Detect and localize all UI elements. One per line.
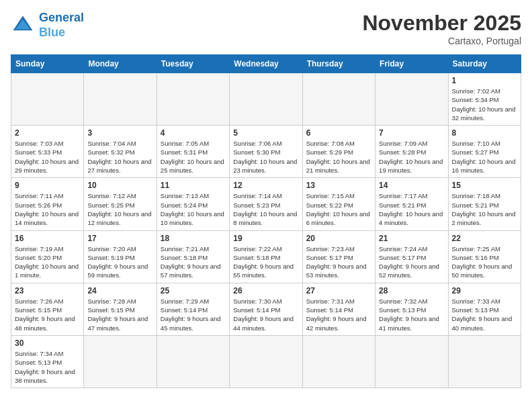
calendar-cell: 4Sunrise: 7:05 AM Sunset: 5:31 PM Daylig… [157,126,229,178]
day-info: Sunrise: 7:32 AM Sunset: 5:13 PM Dayligh… [379,297,444,332]
header-thursday: Thursday [302,55,375,73]
logo-text: GeneralBlue [39,11,84,40]
calendar-cell: 27Sunrise: 7:31 AM Sunset: 5:14 PM Dayli… [302,283,375,335]
calendar-cell: 21Sunrise: 7:24 AM Sunset: 5:17 PM Dayli… [375,230,448,283]
calendar-cell: 26Sunrise: 7:30 AM Sunset: 5:14 PM Dayli… [230,283,302,335]
day-number: 30 [15,338,80,348]
calendar-cell: 23Sunrise: 7:26 AM Sunset: 5:15 PM Dayli… [11,283,84,335]
header-monday: Monday [84,55,157,73]
calendar-week-3: 16Sunrise: 7:19 AM Sunset: 5:20 PM Dayli… [11,230,521,283]
day-number: 29 [452,286,517,295]
calendar-cell: 29Sunrise: 7:33 AM Sunset: 5:13 PM Dayli… [448,283,521,335]
day-info: Sunrise: 7:25 AM Sunset: 5:16 PM Dayligh… [452,244,517,280]
day-number: 8 [452,128,517,138]
calendar-cell: 22Sunrise: 7:25 AM Sunset: 5:16 PM Dayli… [448,230,521,283]
calendar-cell [448,335,521,387]
day-number: 18 [161,234,226,243]
day-info: Sunrise: 7:09 AM Sunset: 5:28 PM Dayligh… [379,139,444,175]
calendar-week-0: 1Sunrise: 7:02 AM Sunset: 5:34 PM Daylig… [11,73,521,126]
day-number: 27 [306,286,371,295]
day-info: Sunrise: 7:30 AM Sunset: 5:14 PM Dayligh… [233,297,298,332]
calendar-cell: 13Sunrise: 7:15 AM Sunset: 5:22 PM Dayli… [302,178,375,230]
calendar-cell: 24Sunrise: 7:28 AM Sunset: 5:15 PM Dayli… [84,283,157,335]
day-number: 1 [452,76,517,85]
title-block: November 2025 Cartaxo, Portugal [362,11,521,46]
day-info: Sunrise: 7:29 AM Sunset: 5:14 PM Dayligh… [161,297,226,332]
calendar-cell [84,335,157,387]
day-number: 15 [452,181,517,190]
calendar-cell: 5Sunrise: 7:06 AM Sunset: 5:30 PM Daylig… [230,126,302,178]
day-number: 10 [87,181,152,190]
day-info: Sunrise: 7:24 AM Sunset: 5:17 PM Dayligh… [379,244,444,280]
calendar-cell: 28Sunrise: 7:32 AM Sunset: 5:13 PM Dayli… [375,283,448,335]
day-number: 26 [233,286,298,295]
day-info: Sunrise: 7:03 AM Sunset: 5:33 PM Dayligh… [15,139,80,175]
calendar-cell [302,73,375,126]
calendar-cell: 25Sunrise: 7:29 AM Sunset: 5:14 PM Dayli… [157,283,229,335]
logo: GeneralBlue [11,11,84,40]
calendar-cell: 18Sunrise: 7:21 AM Sunset: 5:18 PM Dayli… [157,230,229,283]
calendar-cell: 11Sunrise: 7:13 AM Sunset: 5:24 PM Dayli… [157,178,229,230]
day-info: Sunrise: 7:19 AM Sunset: 5:20 PM Dayligh… [15,244,80,280]
header-wednesday: Wednesday [230,55,302,73]
day-info: Sunrise: 7:20 AM Sunset: 5:19 PM Dayligh… [87,244,152,280]
day-number: 19 [233,234,298,243]
day-info: Sunrise: 7:05 AM Sunset: 5:31 PM Dayligh… [161,139,226,175]
month-title: November 2025 [362,11,521,36]
day-number: 25 [161,286,226,295]
calendar-cell: 19Sunrise: 7:22 AM Sunset: 5:18 PM Dayli… [230,230,302,283]
calendar-cell [230,335,302,387]
header-saturday: Saturday [448,55,521,73]
calendar-cell [11,73,84,126]
day-number: 24 [87,286,152,295]
calendar-cell: 2Sunrise: 7:03 AM Sunset: 5:33 PM Daylig… [11,126,84,178]
calendar-cell [157,335,229,387]
day-number: 14 [379,181,444,190]
calendar-cell: 7Sunrise: 7:09 AM Sunset: 5:28 PM Daylig… [375,126,448,178]
calendar-cell: 15Sunrise: 7:18 AM Sunset: 5:21 PM Dayli… [448,178,521,230]
day-number: 6 [306,128,371,138]
day-info: Sunrise: 7:13 AM Sunset: 5:24 PM Dayligh… [161,191,226,227]
day-info: Sunrise: 7:28 AM Sunset: 5:15 PM Dayligh… [87,297,152,332]
calendar-cell [302,335,375,387]
calendar-week-2: 9Sunrise: 7:11 AM Sunset: 5:26 PM Daylig… [11,178,521,230]
calendar-week-1: 2Sunrise: 7:03 AM Sunset: 5:33 PM Daylig… [11,126,521,178]
day-number: 12 [233,181,298,190]
logo-icon [11,13,35,38]
calendar-cell: 10Sunrise: 7:12 AM Sunset: 5:25 PM Dayli… [84,178,157,230]
calendar-cell [157,73,229,126]
day-info: Sunrise: 7:31 AM Sunset: 5:14 PM Dayligh… [306,297,371,332]
calendar-cell: 8Sunrise: 7:10 AM Sunset: 5:27 PM Daylig… [448,126,521,178]
calendar: SundayMondayTuesdayWednesdayThursdayFrid… [11,54,521,388]
calendar-cell: 12Sunrise: 7:14 AM Sunset: 5:23 PM Dayli… [230,178,302,230]
calendar-cell: 1Sunrise: 7:02 AM Sunset: 5:34 PM Daylig… [448,73,521,126]
day-number: 23 [15,286,80,295]
calendar-week-5: 30Sunrise: 7:34 AM Sunset: 5:13 PM Dayli… [11,335,521,387]
day-info: Sunrise: 7:04 AM Sunset: 5:32 PM Dayligh… [87,139,152,175]
day-info: Sunrise: 7:22 AM Sunset: 5:18 PM Dayligh… [233,244,298,280]
day-info: Sunrise: 7:15 AM Sunset: 5:22 PM Dayligh… [306,191,371,227]
day-info: Sunrise: 7:23 AM Sunset: 5:17 PM Dayligh… [306,244,371,280]
day-number: 4 [161,128,226,138]
day-number: 5 [233,128,298,138]
day-info: Sunrise: 7:02 AM Sunset: 5:34 PM Dayligh… [452,87,517,122]
day-number: 7 [379,128,444,138]
day-info: Sunrise: 7:21 AM Sunset: 5:18 PM Dayligh… [161,244,226,280]
calendar-cell: 9Sunrise: 7:11 AM Sunset: 5:26 PM Daylig… [11,178,84,230]
day-number: 28 [379,286,444,295]
calendar-week-4: 23Sunrise: 7:26 AM Sunset: 5:15 PM Dayli… [11,283,521,335]
day-info: Sunrise: 7:26 AM Sunset: 5:15 PM Dayligh… [15,297,80,332]
day-number: 17 [87,234,152,243]
day-info: Sunrise: 7:11 AM Sunset: 5:26 PM Dayligh… [15,191,80,227]
calendar-cell [375,73,448,126]
calendar-cell [230,73,302,126]
header-sunday: Sunday [11,55,84,73]
calendar-cell [84,73,157,126]
day-number: 22 [452,234,517,243]
calendar-cell: 17Sunrise: 7:20 AM Sunset: 5:19 PM Dayli… [84,230,157,283]
location: Cartaxo, Portugal [362,36,521,46]
calendar-cell: 3Sunrise: 7:04 AM Sunset: 5:32 PM Daylig… [84,126,157,178]
calendar-cell: 14Sunrise: 7:17 AM Sunset: 5:21 PM Dayli… [375,178,448,230]
header-tuesday: Tuesday [157,55,229,73]
day-info: Sunrise: 7:18 AM Sunset: 5:21 PM Dayligh… [452,191,517,227]
